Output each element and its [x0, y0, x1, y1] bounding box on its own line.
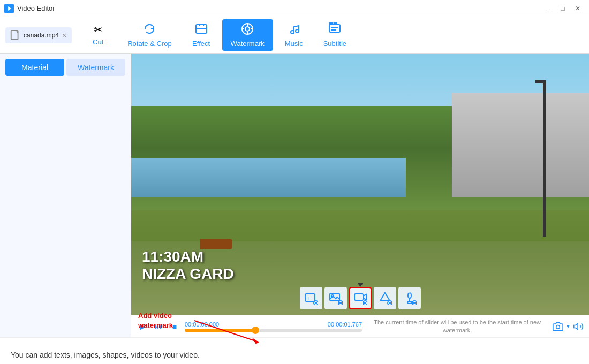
title-bar-left: Video Editor [4, 4, 55, 13]
svg-point-8 [245, 27, 250, 31]
svg-point-43 [556, 325, 560, 329]
svg-point-39 [407, 301, 412, 304]
add-shape-icon [378, 291, 392, 305]
video-area: 11:30AM NIZZA GARD T [131, 54, 589, 315]
file-name: canada.mp4 [24, 32, 59, 39]
add-image-watermark-button[interactable] [324, 287, 347, 309]
timeline-end: 00:00:01.767 [328, 321, 362, 328]
svg-marker-46 [252, 338, 259, 344]
tab-rotate[interactable]: Rotate & Crop [119, 19, 180, 51]
tab-effect-label: Effect [192, 40, 210, 48]
add-text-watermark-button[interactable]: T [300, 287, 322, 309]
title-bar: Video Editor ─ □ ✕ [0, 0, 589, 17]
tab-watermark[interactable]: Watermark [222, 19, 273, 51]
sidebar-watermark-tab[interactable]: Watermark [66, 59, 125, 76]
buildings-bg [452, 93, 590, 197]
sidebar: Material Watermark [0, 54, 131, 337]
camera-icon [553, 321, 563, 332]
bottom-content: Add video watermark You can add texts, i… [0, 337, 589, 364]
water-bg [131, 158, 406, 197]
video-section: 11:30AM NIZZA GARD T [131, 54, 589, 337]
add-video-icon [353, 291, 367, 305]
effect-icon [195, 22, 208, 37]
svg-marker-44 [574, 323, 578, 330]
timeline-thumb [252, 327, 259, 334]
tab-effect[interactable]: Effect [183, 19, 220, 51]
timeline-bar-row [185, 329, 362, 332]
subtitle-icon: SUB [328, 22, 341, 37]
bench [200, 239, 232, 249]
timeline-camera[interactable]: ▼ [553, 321, 584, 332]
main-layout: Material Watermark [0, 54, 589, 337]
video-location-text: NIZZA GARD [142, 266, 234, 283]
dropdown-arrow-icon [357, 283, 364, 287]
cut-icon: ✂ [93, 24, 103, 36]
tab-subtitle-label: Subtitle [323, 40, 346, 48]
minimize-button[interactable]: ─ [541, 3, 555, 14]
tab-music-label: Music [285, 40, 303, 48]
step-back-button[interactable]: ⏮ [153, 321, 164, 332]
lamppost [543, 80, 546, 237]
music-icon [288, 22, 300, 37]
timeline-progress [185, 329, 255, 332]
file-tab: canada.mp4 × [5, 27, 72, 43]
add-other-icon [403, 291, 417, 305]
play-button[interactable]: ▶ [137, 321, 148, 332]
bottom-description: You can add texts, images, shapes, video… [11, 351, 200, 359]
file-icon [10, 29, 21, 41]
svg-text:T: T [307, 295, 310, 301]
watermark-toolbar: T [300, 287, 421, 309]
file-close-button[interactable]: × [61, 31, 67, 40]
tab-rotate-label: Rotate & Crop [127, 40, 171, 48]
video-frame: 11:30AM NIZZA GARD [131, 54, 589, 315]
timeline-times: 00:00:00.000 00:00:01.767 [185, 321, 362, 328]
title-controls: ─ □ ✕ [541, 3, 585, 14]
timeline-bar-area: 00:00:00.000 00:00:01.767 [185, 321, 362, 332]
timeline-start: 00:00:00.000 [185, 321, 219, 328]
watermark-icon [241, 22, 254, 37]
stop-button[interactable]: ■ [169, 321, 180, 332]
svg-marker-34 [380, 293, 390, 301]
rotate-icon [143, 22, 156, 37]
app-icon [4, 4, 14, 13]
add-video-watermark-button[interactable] [349, 287, 372, 309]
nav-tabs: canada.mp4 × ✂ Cut Rotate & Crop Effect … [0, 17, 589, 54]
add-text-icon: T [304, 291, 318, 305]
video-time-text: 11:30AM [142, 248, 234, 266]
timeline-bar[interactable] [185, 329, 362, 332]
add-other-watermark-button[interactable] [398, 287, 421, 309]
app-title: Video Editor [17, 4, 55, 12]
add-shape-watermark-button[interactable] [374, 287, 396, 309]
tab-watermark-label: Watermark [231, 40, 265, 48]
sidebar-material-tab[interactable]: Material [5, 59, 64, 76]
tab-cut-label: Cut [93, 38, 103, 46]
camera-chevron: ▼ [565, 323, 571, 329]
volume-icon [573, 321, 584, 332]
add-image-icon [329, 291, 343, 305]
tab-subtitle[interactable]: SUB Subtitle [315, 19, 355, 51]
restore-button[interactable]: □ [556, 3, 570, 14]
tab-cut[interactable]: ✂ Cut [79, 21, 117, 49]
tab-music[interactable]: Music [275, 19, 313, 51]
timeline-message: The current time of slider will be used … [366, 318, 548, 334]
timeline-row: ▶ ⏮ ■ 00:00:00.000 00:00:01.767 The curr… [131, 315, 589, 337]
svg-rect-30 [354, 294, 363, 300]
svg-text:SUB: SUB [329, 22, 337, 25]
video-overlay-text: 11:30AM NIZZA GARD [142, 248, 234, 283]
close-button[interactable]: ✕ [571, 3, 585, 14]
sidebar-tabs: Material Watermark [5, 59, 125, 76]
